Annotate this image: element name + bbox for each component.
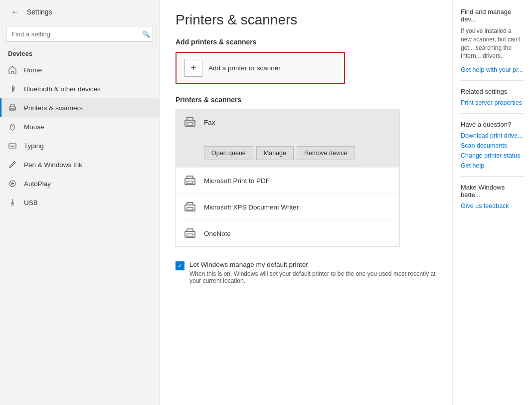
printer-item-pdf[interactable]: Microsoft Print to PDF <box>176 168 399 194</box>
sidebar-item-home[interactable]: Home <box>0 60 159 79</box>
devices-label: Devices <box>0 46 159 60</box>
home-icon <box>8 65 17 74</box>
related-settings-title: Related settings <box>461 88 524 95</box>
find-manage-text: If you've installed a new scanner, but c… <box>461 27 524 60</box>
page-title: Printers & scanners <box>176 12 436 28</box>
sidebar-item-label: Printers & scanners <box>24 104 83 112</box>
xps-printer-icon <box>183 200 197 214</box>
svg-rect-12 <box>187 123 193 125</box>
svg-rect-18 <box>187 234 193 236</box>
sidebar-item-printers[interactable]: Printers & scanners <box>0 98 159 117</box>
right-panel: Find and manage dev... If you've install… <box>452 0 532 405</box>
add-printer-button[interactable]: + Add a printer or scanner <box>176 52 345 84</box>
open-queue-button[interactable]: Open queue <box>204 146 253 160</box>
printer-name-pdf: Microsoft Print to PDF <box>204 177 270 185</box>
search-icon[interactable]: 🔍 <box>142 30 150 38</box>
give-feedback-link[interactable]: Give us feedback <box>461 202 524 209</box>
get-help-link[interactable]: Get help with your pr... <box>461 66 524 73</box>
usb-icon <box>8 198 17 207</box>
back-button[interactable]: ← <box>8 5 22 19</box>
checkbox-section: Let Windows manage my default printer Wh… <box>176 261 436 284</box>
printer-actions-fax: Open queue Manage Remove device <box>176 142 361 167</box>
divider-1 <box>461 80 524 81</box>
fax-printer-icon <box>183 115 197 129</box>
manage-button[interactable]: Manage <box>256 146 294 160</box>
checkbox-text-container: Let Windows manage my default printer Wh… <box>189 261 436 284</box>
search-input[interactable] <box>6 26 153 42</box>
svg-rect-4 <box>9 144 16 148</box>
svg-rect-1 <box>10 108 14 110</box>
main-content: Printers & scanners Add printers & scann… <box>160 0 452 405</box>
plus-icon: + <box>184 59 202 77</box>
make-windows-better-title: Make Windows bette... <box>461 184 524 199</box>
divider-3 <box>461 176 524 177</box>
have-question-title: Have a question? <box>461 121 524 128</box>
add-printer-label: Add a printer or scanner <box>208 64 281 72</box>
svg-rect-14 <box>187 181 193 184</box>
scan-documents-link[interactable]: Scan documents <box>461 142 524 149</box>
checkbox-label: Let Windows manage my default printer <box>189 261 436 268</box>
sidebar-item-label: USB <box>24 199 38 206</box>
get-help-link2[interactable]: Get help <box>461 162 524 169</box>
sidebar-item-autoplay[interactable]: AutoPlay <box>0 174 159 193</box>
download-print-driver-link[interactable]: Download print drive... <box>461 132 524 139</box>
add-section-heading: Add printers & scanners <box>176 38 436 46</box>
printer-item-onenote[interactable]: OneNote <box>176 220 399 246</box>
print-server-link[interactable]: Print server properties <box>461 99 524 106</box>
change-printer-status-link[interactable]: Change printer status <box>461 152 524 159</box>
printer-name-xps: Microsoft XPS Document Writer <box>204 203 299 211</box>
sidebar: ← Settings 🔍 Devices Home Bluetooth & ot… <box>0 0 160 405</box>
pen-icon <box>8 160 17 169</box>
sidebar-item-pen[interactable]: Pen & Windows Ink <box>0 155 159 174</box>
svg-marker-10 <box>11 182 14 185</box>
svg-rect-16 <box>187 207 193 210</box>
sidebar-item-label: Bluetooth & other devices <box>24 85 101 93</box>
onenote-printer-icon <box>183 226 197 240</box>
mouse-icon <box>8 122 17 131</box>
printer-name-onenote: OneNote <box>204 230 231 237</box>
keyboard-icon <box>8 141 17 150</box>
printer-item-xps[interactable]: Microsoft XPS Document Writer <box>176 194 399 220</box>
sidebar-item-typing[interactable]: Typing <box>0 136 159 155</box>
sidebar-item-label: Mouse <box>24 123 44 131</box>
sidebar-item-label: Pen & Windows Ink <box>24 161 82 169</box>
search-box: 🔍 <box>6 26 153 42</box>
sidebar-item-bluetooth[interactable]: Bluetooth & other devices <box>0 79 159 98</box>
app-title: Settings <box>27 8 52 16</box>
printer-list: Fax Open queue Manage Remove device Micr… <box>176 109 400 247</box>
sidebar-item-mouse[interactable]: Mouse <box>0 117 159 136</box>
printer-name-fax: Fax <box>204 119 215 126</box>
find-manage-title: Find and manage dev... <box>461 8 524 23</box>
sidebar-item-label: Typing <box>24 142 44 150</box>
default-printer-checkbox[interactable] <box>176 261 184 270</box>
autoplay-icon <box>8 179 17 188</box>
checkbox-desc: When this is on, Windows will set your d… <box>189 270 436 284</box>
sidebar-item-label: AutoPlay <box>24 180 51 188</box>
printer-item-fax[interactable]: Fax Open queue Manage Remove device <box>176 109 399 168</box>
bluetooth-icon <box>8 84 17 93</box>
printer-icon <box>8 103 17 112</box>
sidebar-item-label: Home <box>24 66 42 74</box>
divider-2 <box>461 113 524 114</box>
printers-section-heading: Printers & scanners <box>176 96 436 104</box>
pdf-printer-icon <box>183 174 197 188</box>
sidebar-header: ← Settings <box>0 0 159 24</box>
remove-device-button[interactable]: Remove device <box>297 146 355 160</box>
sidebar-item-usb[interactable]: USB <box>0 193 159 212</box>
printer-row-fax: Fax <box>176 109 399 135</box>
